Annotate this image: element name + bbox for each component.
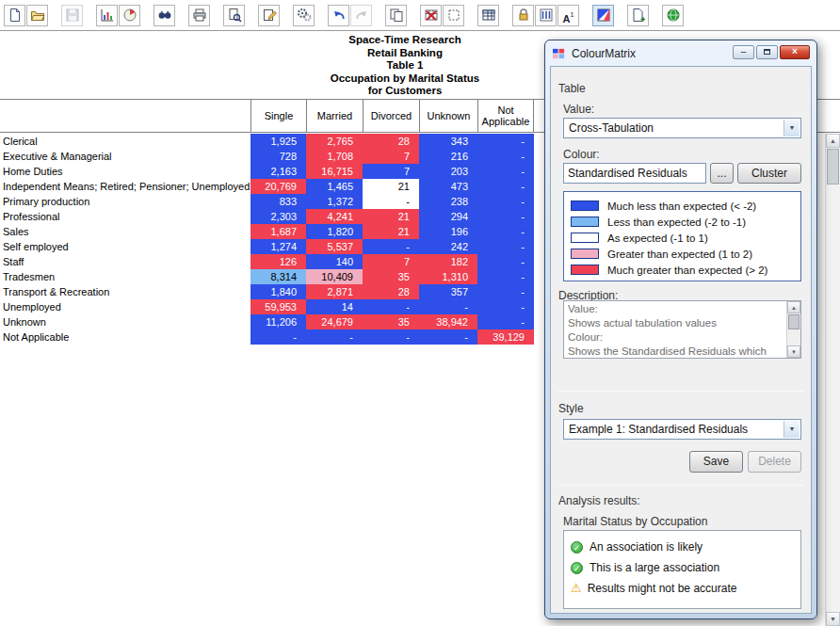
data-cell[interactable]: 242: [419, 239, 477, 254]
data-cell[interactable]: -: [477, 164, 534, 179]
data-cell[interactable]: 20,769: [250, 179, 306, 194]
data-cell[interactable]: -: [477, 299, 534, 314]
data-cell[interactable]: -: [477, 149, 534, 164]
data-cell[interactable]: 21: [363, 209, 419, 224]
data-cell[interactable]: 10,409: [306, 269, 363, 284]
font-size-button[interactable]: A1: [557, 5, 579, 26]
delete-table-button[interactable]: [420, 5, 442, 26]
data-cell[interactable]: 21: [363, 179, 419, 194]
data-cell[interactable]: 294: [419, 209, 477, 224]
save-button[interactable]: [61, 5, 83, 26]
scroll-thumb[interactable]: [788, 314, 800, 329]
data-cell[interactable]: 728: [250, 149, 306, 164]
data-cell[interactable]: 140: [306, 254, 363, 269]
row-label[interactable]: Sales: [0, 224, 250, 239]
new-document-button[interactable]: [4, 5, 25, 26]
data-cell[interactable]: 2,871: [306, 284, 363, 299]
row-label[interactable]: Staff: [0, 254, 250, 269]
maximize-button[interactable]: [756, 45, 778, 59]
data-cell[interactable]: 473: [419, 179, 477, 194]
text-columns-button[interactable]: [535, 5, 557, 26]
data-cell[interactable]: -: [477, 254, 534, 269]
row-label[interactable]: Tradesmen: [0, 269, 250, 284]
row-label[interactable]: Clerical: [0, 134, 250, 149]
scroll-up-button[interactable]: ▲: [826, 134, 840, 148]
data-cell[interactable]: 2,765: [306, 134, 363, 149]
data-cell[interactable]: -: [250, 329, 306, 345]
data-cell[interactable]: -: [306, 329, 363, 345]
data-cell[interactable]: 2,303: [250, 209, 306, 224]
data-cell[interactable]: 357: [419, 284, 477, 299]
copy-button[interactable]: [385, 5, 407, 26]
undo-button[interactable]: [328, 5, 349, 26]
row-label[interactable]: Self employed: [0, 239, 250, 254]
data-cell[interactable]: -: [477, 239, 534, 254]
data-cell[interactable]: 1,274: [250, 239, 306, 254]
data-cell[interactable]: -: [477, 179, 534, 194]
column-header-unknown[interactable]: Unknown: [419, 100, 477, 132]
print-button[interactable]: [188, 5, 210, 26]
data-cell[interactable]: 1,708: [306, 149, 363, 164]
row-label[interactable]: Professional: [0, 209, 250, 224]
column-header-divorced[interactable]: Divorced: [363, 100, 419, 132]
data-cell[interactable]: 1,465: [306, 179, 363, 194]
data-cell[interactable]: 35: [363, 314, 419, 329]
pie-chart-button[interactable]: [119, 5, 140, 26]
data-cell[interactable]: 28: [363, 284, 419, 299]
add-page-button[interactable]: [627, 5, 649, 26]
row-label[interactable]: Unknown: [0, 314, 250, 329]
data-cell[interactable]: -: [477, 134, 534, 149]
column-header-married[interactable]: Married: [306, 100, 363, 132]
scroll-down-button[interactable]: ▼: [787, 345, 800, 358]
data-cell[interactable]: -: [477, 209, 534, 224]
description-box[interactable]: Value:Shows actual tabulation valuesColo…: [563, 300, 801, 359]
data-cell[interactable]: -: [477, 314, 534, 329]
row-label[interactable]: Primary production: [0, 194, 250, 209]
data-cell[interactable]: 2,163: [250, 164, 306, 179]
data-cell[interactable]: 216: [419, 149, 477, 164]
table-grid-button[interactable]: [477, 5, 499, 26]
open-button[interactable]: [26, 5, 48, 26]
data-cell[interactable]: 7: [363, 254, 419, 269]
data-cell[interactable]: -: [477, 224, 534, 239]
scroll-thumb[interactable]: [827, 149, 839, 185]
data-cell[interactable]: 38,942: [419, 314, 477, 329]
globe-button[interactable]: [662, 5, 684, 26]
close-button[interactable]: ×: [780, 45, 810, 59]
data-cell[interactable]: 5,537: [306, 239, 363, 254]
row-label[interactable]: Unemployed: [0, 299, 250, 314]
bar-chart-button[interactable]: [96, 5, 118, 26]
redo-button[interactable]: [350, 5, 372, 26]
row-label[interactable]: Home Duties: [0, 164, 250, 179]
dialog-titlebar[interactable]: ColourMatrix – ×: [545, 40, 816, 66]
data-cell[interactable]: 7: [363, 164, 419, 179]
save-button[interactable]: Save: [689, 451, 743, 473]
data-cell[interactable]: 833: [250, 194, 306, 209]
scroll-up-button[interactable]: ▲: [787, 301, 800, 313]
data-cell[interactable]: -: [419, 329, 477, 345]
data-cell[interactable]: -: [477, 269, 534, 284]
table-vertical-scrollbar[interactable]: ▲ ▼: [825, 134, 840, 626]
data-cell[interactable]: -: [477, 194, 534, 209]
data-cell[interactable]: 59,953: [250, 299, 306, 314]
print-preview-button[interactable]: [223, 5, 245, 26]
selection-frame-button[interactable]: [443, 5, 464, 26]
row-label[interactable]: Not Applicable: [0, 329, 250, 345]
data-cell[interactable]: 39,129: [477, 329, 534, 345]
data-cell[interactable]: 1,372: [306, 194, 363, 209]
data-cell[interactable]: 28: [363, 134, 419, 149]
data-cell[interactable]: 8,314: [250, 269, 306, 284]
data-cell[interactable]: 16,715: [306, 164, 363, 179]
colour-input[interactable]: [563, 163, 706, 184]
data-cell[interactable]: 343: [419, 134, 477, 149]
scroll-down-button[interactable]: ▼: [826, 612, 840, 626]
browse-ellipsis-button[interactable]: ...: [710, 163, 734, 184]
data-cell[interactable]: 35: [363, 269, 419, 284]
style-dropdown[interactable]: Example 1: Standardised Residuals ▼: [563, 419, 801, 440]
data-cell[interactable]: 24,679: [306, 314, 363, 329]
delete-button[interactable]: Delete: [748, 451, 801, 473]
data-cell[interactable]: 11,206: [250, 314, 306, 329]
settings-gears-button[interactable]: [293, 5, 315, 26]
minimize-button[interactable]: –: [733, 45, 754, 59]
row-label[interactable]: Executive & Managerial: [0, 149, 250, 164]
